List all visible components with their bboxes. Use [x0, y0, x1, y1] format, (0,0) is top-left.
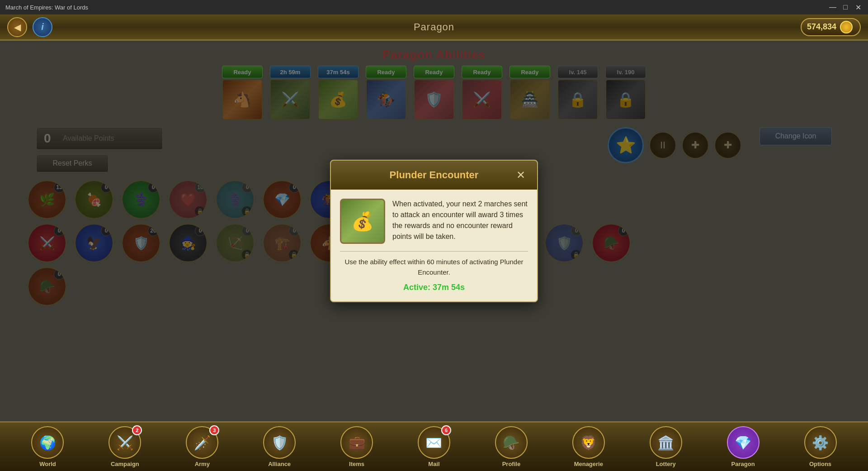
nav-label-paragon: Paragon: [731, 461, 755, 467]
bottom-nav: 🌍 World ⚔️ 2 Campaign 🗡️ 3 Army 🛡️ Allia…: [0, 421, 868, 471]
nav-item-army[interactable]: 🗡️ 3 Army: [186, 426, 218, 467]
title-bar: March of Empires: War of Lords — □ ✕: [0, 0, 868, 14]
nav-label-profile: Profile: [502, 461, 520, 467]
nav-icon-campaign: ⚔️ 2: [108, 426, 141, 459]
back-button[interactable]: ◀: [7, 17, 27, 37]
nav-item-campaign[interactable]: ⚔️ 2 Campaign: [108, 426, 141, 467]
modal-body: 💰 When activated, your next 2 marches se…: [331, 190, 537, 301]
modal-divider: [340, 251, 528, 252]
modal-header: Plunder Encounter ✕: [331, 161, 537, 190]
app-title: March of Empires: War of Lords: [5, 4, 88, 11]
modal-content-row: 💰 When activated, your next 2 marches se…: [340, 199, 528, 244]
header-left: ◀ i: [7, 17, 52, 37]
modal-description: When activated, your next 2 marches sent…: [392, 199, 528, 242]
maximize-button[interactable]: □: [841, 3, 850, 12]
nav-icon-menagerie: 🦁: [572, 426, 605, 459]
plunder-encounter-modal: Plunder Encounter ✕ 💰 When activated, yo…: [330, 160, 538, 302]
currency-icon: [840, 21, 853, 33]
currency-display: 574,834: [801, 18, 861, 36]
nav-label-mail: Mail: [428, 461, 439, 467]
nav-icon-world: 🌍: [31, 426, 64, 459]
nav-label-campaign: Campaign: [111, 461, 139, 467]
close-button[interactable]: ✕: [854, 3, 863, 12]
currency-amount: 574,834: [807, 22, 836, 32]
modal-secondary-text: Use the ability effect within 60 minutes…: [340, 257, 528, 277]
nav-item-paragon[interactable]: 💎 Paragon: [727, 426, 760, 467]
nav-icon-alliance: 🛡️: [263, 426, 296, 459]
nav-icon-options: ⚙️: [804, 426, 837, 459]
nav-label-menagerie: Menagerie: [574, 461, 603, 467]
window-controls: — □ ✕: [828, 3, 863, 12]
modal-active-text: Active: 37m 54s: [340, 283, 528, 292]
nav-item-world[interactable]: 🌍 World: [31, 426, 64, 467]
nav-badge-army: 3: [209, 425, 219, 435]
nav-label-items: Items: [349, 461, 364, 467]
minimize-button[interactable]: —: [828, 3, 837, 12]
nav-icon-profile: 🪖: [495, 426, 528, 459]
nav-label-world: World: [39, 461, 56, 467]
modal-ability-image: 💰: [340, 199, 385, 244]
header-bar: ◀ i Paragon 574,834: [0, 14, 868, 41]
nav-badge-campaign: 2: [132, 425, 142, 435]
nav-item-menagerie[interactable]: 🦁 Menagerie: [572, 426, 605, 467]
nav-icon-paragon: 💎: [727, 426, 760, 459]
nav-item-mail[interactable]: ✉️ 6 Mail: [418, 426, 450, 467]
modal-title: Plunder Encounter: [354, 169, 514, 181]
nav-label-army: Army: [195, 461, 210, 467]
nav-label-lottery: Lottery: [656, 461, 676, 467]
nav-icon-army: 🗡️ 3: [186, 426, 218, 459]
nav-icon-lottery: 🏛️: [650, 426, 682, 459]
nav-item-alliance[interactable]: 🛡️ Alliance: [263, 426, 296, 467]
nav-item-lottery[interactable]: 🏛️ Lottery: [650, 426, 682, 467]
nav-label-alliance: Alliance: [268, 461, 291, 467]
modal-close-button[interactable]: ✕: [514, 168, 528, 182]
nav-icon-mail: ✉️ 6: [418, 426, 450, 459]
nav-item-items[interactable]: 💼 Items: [340, 426, 373, 467]
nav-label-options: Options: [809, 461, 831, 467]
info-button[interactable]: i: [33, 17, 52, 37]
modal-overlay[interactable]: Plunder Encounter ✕ 💰 When activated, yo…: [0, 41, 868, 421]
nav-icon-items: 💼: [340, 426, 373, 459]
header-title: Paragon: [414, 21, 454, 33]
nav-badge-mail: 6: [441, 425, 451, 435]
nav-item-options[interactable]: ⚙️ Options: [804, 426, 837, 467]
nav-item-profile[interactable]: 🪖 Profile: [495, 426, 528, 467]
